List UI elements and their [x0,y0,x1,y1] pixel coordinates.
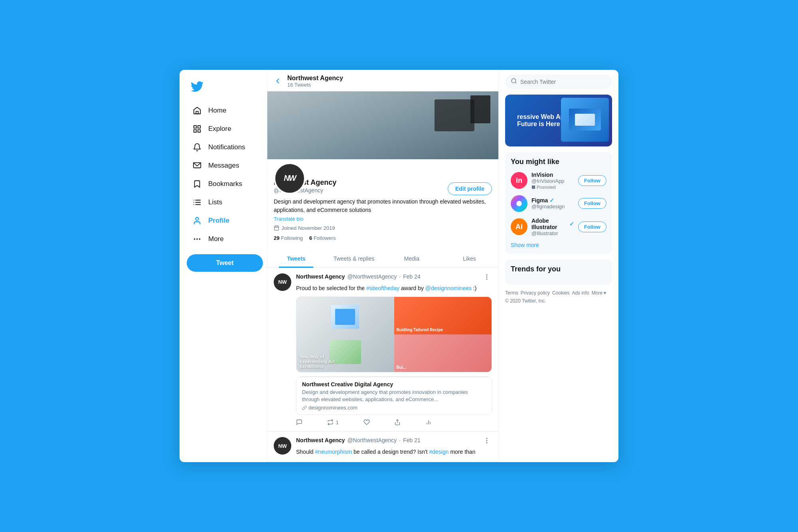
tweet-user-info: Northwest Agency @NorthwestAgency · Feb … [296,273,421,280]
sidebar-item-notifications[interactable]: Notifications [187,138,263,156]
translate-bio[interactable]: Translate bio [274,216,492,222]
you-might-like-section: You might like in InVision @InVisionApp … [505,152,612,254]
mention-designnominees[interactable]: @designnominees [425,285,472,291]
verified-icon-illustrator: ✓ [569,221,574,227]
tweet-avatar: NW [274,273,291,291]
sidebar-item-lists-label: Lists [208,198,222,206]
hashtag-siteoftheday[interactable]: #siteoftheday [366,285,399,291]
tweet-text-2: Should #neumorphism be called a design t… [296,448,492,456]
follow-button-illustrator[interactable]: Follow [578,222,606,232]
footer-more[interactable]: More ▾ [592,290,606,296]
tweet-link-title: Northwest Creative Digital Agency [302,381,486,388]
tweet-link-preview-card[interactable]: Northwest Creative Digital Agency Design… [296,376,492,415]
suggest-handle-figma: @figmadesign [531,204,574,210]
suggest-name-figma: Figma ✓ [531,197,574,204]
hashtag-design[interactable]: #design [429,449,448,455]
sidebar-item-home[interactable]: Home [187,102,263,119]
svg-point-20 [486,275,487,275]
svg-point-29 [486,443,487,443]
tweet-card-2: NW Northwest Agency @NorthwestAgency · F… [267,431,498,462]
reply-button[interactable] [296,419,302,425]
collage-right-bottom: Bui... [394,334,492,372]
sidebar-item-messages[interactable]: Messages [187,157,263,174]
copyright: © 2020 Twitter, Inc. [505,298,612,304]
share-button[interactable] [394,419,401,425]
svg-point-33 [516,201,521,206]
sidebar-item-more[interactable]: More [187,230,263,248]
sidebar-item-profile[interactable]: Profile [187,212,263,229]
following-count: 29 [274,235,279,241]
back-button[interactable] [274,77,282,85]
trends-section: Trends for you [505,259,612,285]
suggest-avatar-invision: in [511,172,527,189]
tweet-actions: 1 [296,419,432,425]
bookmark-icon [192,179,202,189]
profile-stats: 29 Following 6 Followers [274,235,492,241]
svg-line-31 [515,82,516,83]
svg-point-14 [200,239,200,239]
tweet-author-handle: @NorthwestAgency [347,273,397,280]
sidebar-item-explore[interactable]: Explore [187,120,263,138]
sidebar-item-messages-label: Messages [208,162,239,170]
lists-icon [192,198,202,207]
like-button[interactable] [363,419,370,425]
footer-cookies[interactable]: Cookies [552,290,569,296]
profile-tabs: Tweets Tweets & replies Media Likes [267,250,498,268]
tab-tweets[interactable]: Tweets [267,250,325,267]
collage-right: Buidling Tailored Recipe Bui... [394,297,492,372]
home-icon [192,106,202,115]
follow-button-figma[interactable]: Follow [578,198,606,209]
you-might-like-title: You might like [511,158,606,166]
suggest-name-illustrator: Adobe Illustrator ✓ [531,218,574,230]
suggest-item-illustrator: Ai Adobe Illustrator ✓ @Illustrator Foll… [511,218,606,236]
verified-icon-figma: ✓ [549,197,554,204]
followers-count: 6 [309,235,312,241]
footer-ads-info[interactable]: Ads info [572,290,589,296]
tweet-author-name: Northwest Agency [296,273,345,280]
tweet-header: Northwest Agency @NorthwestAgency · Feb … [296,273,492,283]
tweet-body: Northwest Agency @NorthwestAgency · Feb … [296,273,492,425]
twitter-logo[interactable] [187,77,263,98]
tab-tweets-replies[interactable]: Tweets & replies [325,250,383,267]
analytics-button[interactable] [425,419,432,425]
tweet-more-button-2[interactable] [482,437,492,446]
topbar-profile-name: Northwest Agency [287,75,343,82]
svg-rect-2 [198,126,200,128]
following-stat[interactable]: 29 Following [274,235,303,241]
cover-photo [267,91,498,159]
tweet-body-2: Northwest Agency @NorthwestAgency · Feb … [296,437,492,456]
show-more-link[interactable]: Show more [511,242,606,248]
svg-point-22 [486,279,487,279]
tweet-more-button[interactable] [482,273,492,283]
tab-media[interactable]: Media [383,250,441,267]
tab-likes[interactable]: Likes [440,250,498,267]
svg-point-30 [512,79,516,83]
suggest-handle-invision: @InVisionApp [531,178,574,184]
collage-right-top: Buidling Tailored Recipe [394,297,492,334]
sidebar-item-home-label: Home [208,107,226,115]
retweet-button[interactable]: 1 [327,419,339,425]
ad-banner: ressive Web Apps (Future is Here [505,95,612,146]
svg-point-21 [486,277,487,277]
svg-point-15 [194,239,195,239]
sidebar-item-bookmarks[interactable]: Bookmarks [187,175,263,193]
tweet-media-collage: New Way ofExperiencing ArtExhibitions Bu… [296,297,492,372]
tweet-link-url: designnominees.com [302,405,486,411]
search-input[interactable] [520,79,606,85]
suggest-handle-illustrator: @Illustrator [531,230,574,236]
tweet-date: · [399,273,401,280]
followers-stat[interactable]: 6 Followers [309,235,336,241]
tweet-button[interactable]: Tweet [187,254,263,272]
right-sidebar: ressive Web Apps (Future is Here You mig… [499,70,618,462]
follow-button-invision[interactable]: Follow [578,175,606,186]
footer-privacy[interactable]: Privacy policy [521,290,550,296]
sidebar-item-lists[interactable]: Lists [187,194,263,211]
edit-profile-button[interactable]: Edit profile [448,182,492,195]
collage-left: New Way ofExperiencing ArtExhibitions [296,297,394,372]
footer-terms[interactable]: Terms [505,290,518,296]
topbar-tweet-count: 16 Tweets [287,82,343,88]
hashtag-neumorphism[interactable]: #neumorphism [315,449,352,455]
tweet-avatar-2: NW [274,437,291,455]
suggest-avatar-illustrator: Ai [511,218,527,235]
retweet-count: 1 [336,419,339,425]
